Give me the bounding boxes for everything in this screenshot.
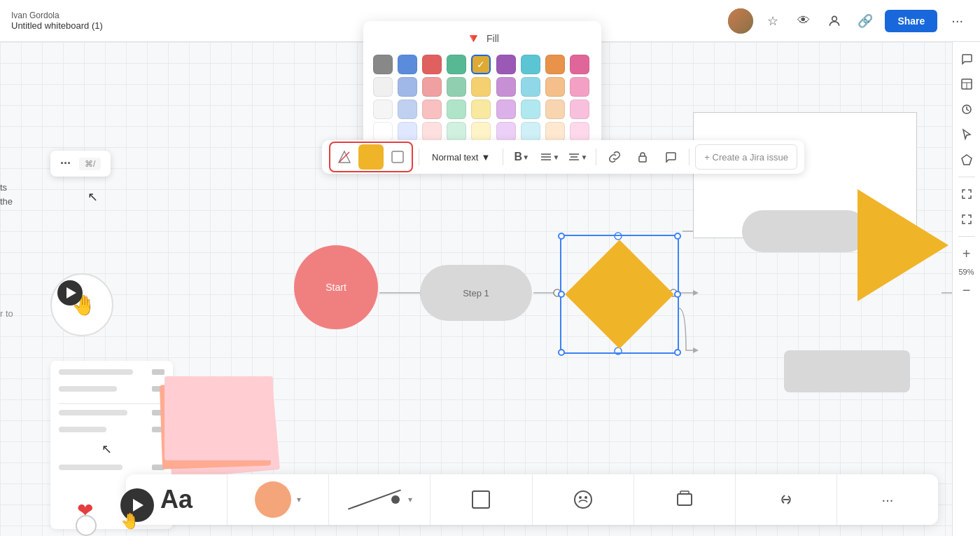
color-swatch-row1-8[interactable]	[570, 55, 589, 74]
more-options-icon[interactable]: ···	[946, 10, 969, 32]
shape-step1[interactable]: Step 1	[420, 265, 532, 321]
color-swatch-row1-5[interactable]	[496, 55, 516, 74]
filter-sidebar-icon[interactable]	[955, 149, 978, 171]
link-icon[interactable]: 🔗	[854, 10, 876, 32]
color-swatch-row4-5[interactable]	[496, 122, 516, 142]
handle-top-right[interactable]	[674, 233, 681, 240]
color-swatch-row2-0[interactable]	[373, 77, 393, 97]
handle-middle-right[interactable]	[674, 291, 681, 298]
color-swatch-row3-5[interactable]	[496, 99, 516, 119]
bt-frame-section[interactable]	[430, 474, 532, 525]
play-button[interactable]	[57, 280, 83, 305]
shape-gray-rect2[interactable]	[784, 350, 910, 392]
svg-rect-35	[678, 494, 692, 505]
color-swatch-row3-3[interactable]	[447, 99, 466, 119]
color-swatch-row1-6[interactable]	[521, 55, 540, 74]
small-circle	[76, 515, 97, 536]
color-grid-row3	[373, 99, 592, 119]
color-swatch-row2-7[interactable]	[545, 77, 565, 97]
user-icon[interactable]	[823, 10, 846, 32]
expand-icon[interactable]	[955, 183, 978, 205]
no-fill-button[interactable]	[332, 144, 357, 170]
color-swatch-row4-2[interactable]	[422, 122, 442, 142]
shape-diamond	[565, 240, 674, 349]
color-swatch-row4-7[interactable]	[545, 122, 565, 142]
eye-icon[interactable]: 👁	[792, 10, 815, 32]
color-swatch-row3-4[interactable]	[471, 99, 491, 119]
handle-bottom-right[interactable]	[674, 349, 681, 356]
link-button[interactable]	[602, 144, 627, 170]
tpl-line-2	[59, 386, 117, 392]
tpl-card-header	[59, 369, 164, 380]
color-swatch-row1-0[interactable]	[373, 55, 393, 74]
create-jira-button[interactable]: + Create a Jira issue	[695, 144, 797, 170]
align-button[interactable]: ▼	[565, 144, 590, 170]
bt-more-section[interactable]: ···	[837, 474, 938, 525]
color-swatch-row2-8[interactable]	[570, 77, 589, 97]
comment-button[interactable]	[658, 144, 683, 170]
bt-shape-section[interactable]: ▾	[227, 474, 329, 525]
handle-top-left[interactable]	[558, 233, 565, 240]
cursor-sidebar-icon[interactable]	[955, 123, 978, 146]
color-swatch-row2-6[interactable]	[521, 77, 540, 97]
color-swatch-row1-7[interactable]	[545, 55, 565, 74]
partial-text-3: r to	[0, 308, 13, 319]
color-swatch-row4-4[interactable]	[471, 122, 491, 142]
lock-button[interactable]	[630, 144, 655, 170]
color-swatch-row2-2[interactable]	[422, 77, 442, 97]
color-swatch-row4-8[interactable]	[570, 122, 589, 142]
context-menu[interactable]: ··· ⌘/	[50, 151, 111, 177]
color-swatch-row1-2[interactable]	[422, 55, 442, 74]
color-swatch-row4-1[interactable]	[398, 122, 417, 142]
color-swatch-row3-6[interactable]	[521, 99, 540, 119]
play-button-overlay[interactable]	[120, 488, 154, 522]
color-swatch-row1-3[interactable]	[447, 55, 466, 74]
color-swatch-row2-1[interactable]	[398, 77, 417, 97]
shortcut-label: ⌘/	[79, 158, 101, 170]
color-swatch-row1-1[interactable]	[398, 55, 417, 74]
table-sidebar-icon[interactable]	[955, 73, 978, 95]
comment-sidebar-svg	[960, 53, 973, 65]
bt-sticker-section[interactable]	[533, 474, 634, 525]
context-dots[interactable]: ···	[60, 156, 71, 171]
fill-title: 🔻 Fill	[373, 31, 592, 46]
bold-dropdown-arrow: ▼	[522, 153, 529, 161]
color-swatch-row3-8[interactable]	[570, 99, 589, 119]
color-swatch-row1-4[interactable]: ✓	[471, 55, 491, 74]
color-swatch-row2-4[interactable]	[471, 77, 491, 97]
handle-middle-left[interactable]	[558, 291, 565, 298]
color-swatch-row3-0[interactable]	[373, 99, 393, 119]
shape-diamond-selected[interactable]	[560, 235, 679, 354]
zoom-in-icon[interactable]: +	[955, 242, 978, 265]
handle-bottom-left[interactable]	[558, 349, 565, 356]
lock-icon	[636, 151, 649, 163]
shape-gray-rect1[interactable]	[742, 210, 868, 252]
tpl-line-3	[59, 410, 127, 415]
color-swatch-row3-1[interactable]	[398, 99, 417, 119]
color-swatch-row4-0[interactable]	[373, 122, 393, 142]
color-swatch-row2-3[interactable]	[447, 77, 466, 97]
star-icon[interactable]: ☆	[762, 10, 784, 32]
fill-color-button[interactable]	[358, 144, 384, 170]
stroke-style-button[interactable]	[385, 144, 410, 170]
color-swatch-row4-6[interactable]	[521, 122, 540, 142]
bt-template-section[interactable]	[634, 474, 736, 525]
bt-line-section[interactable]: ▾	[329, 474, 430, 525]
shape-start[interactable]: Start	[294, 245, 378, 329]
comment-sidebar-icon[interactable]	[955, 48, 978, 70]
bt-embed-section[interactable]	[736, 474, 837, 525]
avatar[interactable]	[728, 8, 753, 34]
stacked-cards	[161, 376, 287, 474]
collapse-icon[interactable]	[955, 208, 978, 231]
color-swatch-row3-7[interactable]	[545, 99, 565, 119]
text-format-dropdown[interactable]: Normal text ▼	[425, 144, 497, 170]
share-button[interactable]: Share	[885, 10, 937, 32]
bold-button[interactable]: B ▼	[509, 144, 534, 170]
zoom-out-icon[interactable]: −	[955, 279, 978, 301]
color-swatch-row4-3[interactable]	[447, 122, 466, 142]
color-swatch-row3-2[interactable]	[422, 99, 442, 119]
list-button[interactable]: ▼	[537, 144, 562, 170]
history-sidebar-icon[interactable]	[955, 98, 978, 121]
color-swatch-row2-5[interactable]	[496, 77, 516, 97]
document-title[interactable]: Untitled whiteboard (1)	[11, 20, 103, 31]
